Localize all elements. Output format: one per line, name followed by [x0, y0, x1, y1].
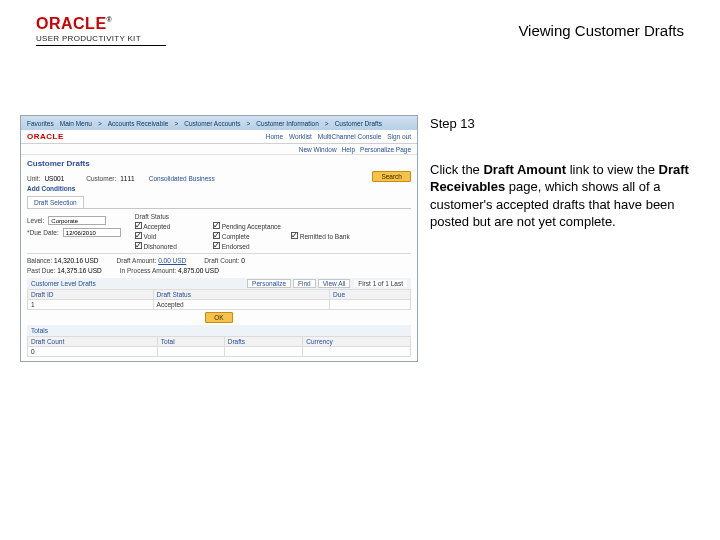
drafts-table: Draft IDDraft StatusDue 1Accepted — [27, 289, 411, 310]
level-select[interactable] — [48, 216, 106, 225]
col-due[interactable]: Due — [330, 290, 411, 300]
search-button[interactable]: Search — [372, 171, 411, 182]
grid-header: Customer Level Drafts PersonalizeFindVie… — [27, 278, 411, 289]
customer-link[interactable]: Consolidated Business — [149, 175, 215, 182]
col-draft-id[interactable]: Draft ID — [28, 290, 154, 300]
checkbox-accepted[interactable] — [135, 222, 142, 229]
grid-range: First 1 of 1 Last — [354, 280, 407, 287]
brand-wordmark: ORACLE® — [36, 16, 166, 32]
continue-button[interactable]: OK — [205, 312, 232, 323]
grid-title: Customer Level Drafts — [31, 280, 96, 287]
balance-label: Balance: — [27, 257, 52, 264]
due-date-label: *Due Date: — [27, 229, 59, 236]
brand-subtitle: USER PRODUCTIVITY KIT — [36, 34, 166, 43]
chk-label: Complete — [222, 233, 250, 240]
grid-tool-viewall[interactable]: View All — [318, 279, 351, 288]
past-due-value: 14,375.16 USD — [57, 267, 101, 274]
breadcrumb[interactable]: Favorites — [27, 120, 54, 127]
breadcrumb[interactable]: Accounts Receivable — [108, 120, 169, 127]
totals-header: Totals — [27, 325, 411, 336]
breadcrumb[interactable]: Customer Accounts — [184, 120, 240, 127]
checkbox-complete[interactable] — [213, 232, 220, 239]
chk-label: Endorsed — [222, 243, 250, 250]
col-count: Draft Count — [28, 337, 158, 347]
chk-label: Pending Acceptance — [222, 223, 281, 230]
doc-title: Viewing Customer Drafts — [518, 22, 684, 39]
col-total: Total — [157, 337, 224, 347]
table-row[interactable]: 1Accepted — [28, 300, 411, 310]
col-drafts: Drafts — [224, 337, 303, 347]
header-link[interactable]: MultiChannel Console — [318, 133, 382, 140]
grid-tools: PersonalizeFindView All First 1 of 1 Las… — [245, 280, 407, 287]
due-date-input[interactable] — [63, 228, 121, 237]
instruction-text: Click the Draft Amount link to view the … — [430, 161, 700, 231]
level-label: Level: — [27, 217, 44, 224]
subheader-link[interactable]: Help — [342, 146, 355, 153]
app-subheader: New Window Help Personalize Page — [21, 144, 417, 155]
instr-frag: Click the — [430, 162, 483, 177]
breadcrumb[interactable]: Customer Drafts — [335, 120, 382, 127]
breadcrumb[interactable]: Main Menu — [60, 120, 92, 127]
checkbox-void[interactable] — [135, 232, 142, 239]
add-conditions-header: Add Conditions — [27, 185, 411, 192]
chk-label: Remitted to Bank — [300, 233, 350, 240]
cell-status: Accepted — [153, 300, 330, 310]
draft-count-label: Draft Count: — [204, 257, 239, 264]
checkbox-dishonored[interactable] — [135, 242, 142, 249]
cell-count: 0 — [28, 347, 158, 357]
page-title: Customer Drafts — [27, 159, 411, 168]
draft-count-value: 0 — [241, 257, 245, 264]
brand-logo: ORACLE® USER PRODUCTIVITY KIT — [36, 16, 166, 46]
instr-frag: link to view the — [566, 162, 659, 177]
customer-label: Customer: — [86, 175, 116, 182]
unit-label: Unit: — [27, 175, 40, 182]
embedded-app-screenshot: Favorites Main Menu> Accounts Receivable… — [20, 115, 418, 362]
tab-draft-selection[interactable]: Draft Selection — [27, 196, 84, 208]
chk-label: Dishonored — [144, 243, 177, 250]
past-due-label: Past Due: — [27, 267, 56, 274]
header-link[interactable]: Worklist — [289, 133, 312, 140]
grid-tool-personalize[interactable]: Personalize — [247, 279, 291, 288]
subheader-link[interactable]: New Window — [299, 146, 337, 153]
brand-rule — [36, 45, 166, 46]
customer-value: 1111 — [120, 175, 134, 182]
in-process-label: In Process Amount: — [120, 267, 176, 274]
app-header: ORACLE Home Worklist MultiChannel Consol… — [21, 130, 417, 144]
checkbox-endorsed[interactable] — [213, 242, 220, 249]
tab-strip: Draft Selection — [27, 196, 411, 209]
col-currency: Currency — [303, 337, 411, 347]
checkbox-pending[interactable] — [213, 222, 220, 229]
chk-label: Accepted — [143, 223, 170, 230]
checkbox-remitted[interactable] — [291, 232, 298, 239]
instr-bold-1: Draft Amount — [483, 162, 566, 177]
header-link[interactable]: Home — [266, 133, 283, 140]
subheader-link[interactable]: Personalize Page — [360, 146, 411, 153]
table-row: 0 — [28, 347, 411, 357]
unit-value: US001 — [44, 175, 64, 182]
grid-tool-find[interactable]: Find — [293, 279, 316, 288]
in-process-value: 4,875.00 USD — [178, 267, 219, 274]
app-brand: ORACLE — [27, 132, 64, 141]
app-header-links: Home Worklist MultiChannel Console Sign … — [262, 133, 411, 140]
breadcrumb-bar: Favorites Main Menu> Accounts Receivable… — [21, 116, 417, 130]
draft-amount-link[interactable]: 0.00 USD — [158, 257, 186, 264]
draft-status-label: Draft Status — [135, 213, 359, 220]
draft-amount-label: Draft Amount: — [117, 257, 157, 264]
balance-value: 14,320.16 USD — [54, 257, 98, 264]
col-draft-status[interactable]: Draft Status — [153, 290, 330, 300]
chk-label: Void — [144, 233, 157, 240]
totals-table: Draft CountTotalDraftsCurrency 0 — [27, 336, 411, 357]
step-label: Step 13 — [430, 115, 700, 133]
header-link[interactable]: Sign out — [387, 133, 411, 140]
breadcrumb[interactable]: Customer Information — [256, 120, 319, 127]
